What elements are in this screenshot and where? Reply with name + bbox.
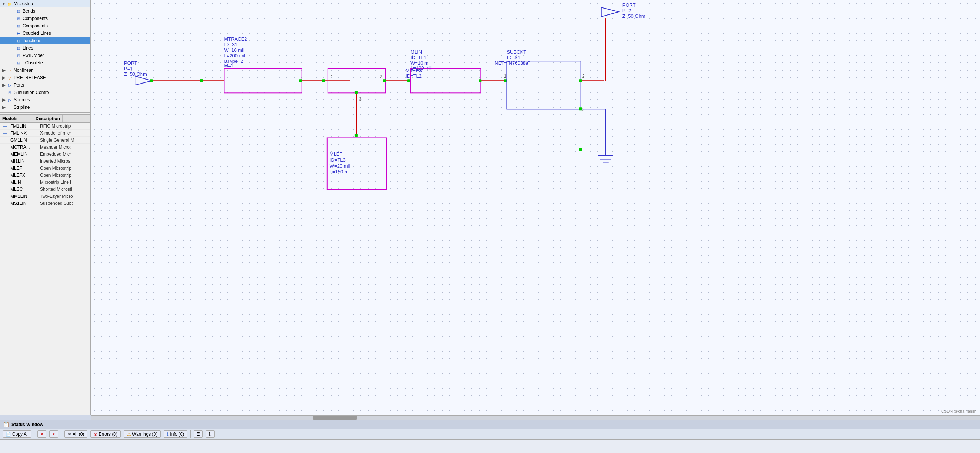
model-name: GM1LIN: [10, 138, 40, 143]
list-item[interactable]: — MEMLIN Embedded Micr: [0, 151, 90, 158]
model-line-icon: —: [2, 201, 9, 206]
model-line-icon: —: [2, 181, 9, 185]
sidebar-item-components[interactable]: ⊞ Components: [0, 15, 90, 22]
sidebar-label: Components: [22, 23, 48, 29]
model-name: MLIN: [10, 180, 40, 185]
info-filter-button[interactable]: ℹ Info (0): [164, 431, 187, 438]
scrollbar-thumb[interactable]: [313, 416, 357, 420]
svg-rect-36: [479, 79, 482, 82]
list-item[interactable]: — FMLINX X-model of micr: [0, 130, 90, 137]
list-item[interactable]: — MLSC Shorted Microsti: [0, 186, 90, 193]
schematic-canvas[interactable]: PORT P=1 Z=50 Ohm MTRACE2 ID=X1 W=10 mil…: [91, 0, 980, 415]
all-filter-button[interactable]: ✉ All (0): [64, 431, 88, 438]
model-name: MS1LIN: [10, 201, 40, 206]
sidebar-item-bends[interactable]: ⊡ Bends: [0, 7, 90, 15]
model-line-icon: —: [2, 138, 9, 143]
sidebar-label: Microstrip: [14, 1, 33, 6]
expand-icon[interactable]: ▶: [2, 97, 6, 103]
sort-button[interactable]: ⇅: [206, 431, 215, 438]
errors-filter-button[interactable]: ⊗ Errors (0): [90, 431, 121, 438]
model-name: MLSC: [10, 187, 40, 192]
model-line-icon: —: [2, 152, 9, 157]
sidebar-item-simulation-control[interactable]: ⊟ Simulation Contro: [0, 89, 90, 96]
sidebar-label: Sources: [14, 97, 30, 103]
svg-text:PORT: PORT: [124, 60, 137, 66]
list-item[interactable]: — MLEF Open Microstrip: [0, 165, 90, 172]
sidebar-item-pwrdivider[interactable]: ⊡ PwrDivider: [0, 52, 90, 59]
component-icon: ⊞: [16, 16, 21, 21]
svg-marker-1: [135, 76, 152, 85]
svg-rect-29: [407, 79, 410, 82]
list-item[interactable]: — FM1LIN RFIC Microstrip: [0, 123, 90, 130]
copy-all-button[interactable]: 📄 Copy All: [3, 431, 31, 438]
list-item[interactable]: — MLIN Microstrip Line i: [0, 179, 90, 186]
sidebar-item-ports[interactable]: ▶ ▷ Ports: [0, 81, 90, 89]
expand-icon[interactable]: ▶: [2, 68, 6, 73]
sidebar-item-obsolete[interactable]: ⊟ _Obsolete: [0, 59, 90, 67]
svg-rect-60: [355, 134, 358, 137]
svg-rect-21: [355, 90, 358, 93]
status-window-icon: 📋: [3, 421, 9, 428]
svg-text:ID=TL1: ID=TL1: [410, 55, 426, 60]
component-icon: ⊟: [16, 38, 21, 44]
sidebar-label: Junctions: [22, 38, 41, 43]
sidebar-item-lines[interactable]: ⊟ Junctions: [0, 37, 90, 44]
model-line-icon: —: [2, 159, 9, 163]
model-desc: Open Microstrip: [40, 173, 84, 178]
sidebar-item-pre-release[interactable]: ▶ ▽ PRE_RELEASE: [0, 74, 90, 81]
folder-icon: —: [7, 104, 13, 110]
svg-text:MTRACE2: MTRACE2: [224, 36, 247, 42]
list-item[interactable]: — MLEFX Open Microstrip: [0, 172, 90, 179]
model-name: MLEF: [10, 166, 40, 171]
list-view-button[interactable]: ☰: [194, 431, 203, 438]
component-icon: ⊡: [16, 45, 21, 51]
sidebar-item-sources[interactable]: ▶ ▷ Sources: [0, 96, 90, 103]
canvas-scrollbar[interactable]: [91, 415, 980, 420]
svg-text:ID=X1: ID=X1: [224, 42, 238, 48]
list-item[interactable]: — MS1LIN Suspended Sub:: [0, 200, 90, 207]
sidebar-item-microstrip[interactable]: ▼ 📁 Microstrip: [0, 0, 90, 7]
errors-label: Errors (0): [99, 432, 117, 437]
folder-icon: 〜: [7, 67, 13, 73]
list-item[interactable]: — MCTRA... Meander Micro:: [0, 144, 90, 151]
schematic-svg: PORT P=1 Z=50 Ohm MTRACE2 ID=X1 W=10 mil…: [91, 0, 980, 415]
warnings-filter-button[interactable]: ⚠ Warnings (0): [124, 431, 161, 438]
svg-text:PORT: PORT: [622, 2, 636, 8]
sidebar-item-junctions[interactable]: ⊢ Coupled Lines: [0, 30, 90, 37]
sidebar-item-stripline[interactable]: ▶ — Stripline: [0, 103, 90, 111]
model-desc: Microstrip Line i: [40, 180, 84, 185]
toolbar-separator-1: [34, 431, 34, 438]
clear-button-1[interactable]: ✕: [37, 431, 46, 438]
component-icon: ⊡: [16, 52, 21, 59]
sidebar-label: Stripline: [14, 105, 30, 110]
model-line-icon: —: [2, 131, 9, 135]
error-icon: ⊗: [94, 432, 97, 437]
models-header: Models Description: [0, 115, 90, 123]
svg-text:MLEF: MLEF: [330, 151, 343, 157]
svg-rect-66: [150, 79, 153, 82]
folder-icon: 📁: [7, 1, 13, 7]
list-item[interactable]: — MM1LIN Two-Layer Micro: [0, 193, 90, 200]
sidebar-label: Ports: [14, 82, 24, 88]
svg-rect-38: [507, 61, 581, 109]
sidebar-label: PwrDivider: [22, 53, 44, 58]
models-panel: Models Description — FM1LIN RFIC Microst…: [0, 114, 90, 207]
svg-text:Z=50 Ohm: Z=50 Ohm: [124, 71, 147, 77]
svg-rect-28: [383, 79, 386, 82]
list-item[interactable]: — GM1LIN Single General M: [0, 137, 90, 144]
warnings-label: Warnings (0): [132, 432, 157, 437]
expand-icon[interactable]: ▶: [2, 105, 6, 110]
sidebar-item-coupled-lines[interactable]: ⊟ Components: [0, 22, 90, 30]
sidebar-item-nonlinear[interactable]: ▶ 〜 Nonlinear: [0, 67, 90, 74]
svg-text:ID=TL2: ID=TL2: [406, 73, 422, 79]
expand-icon[interactable]: ▼: [2, 1, 6, 6]
expand-icon[interactable]: ▶: [2, 75, 6, 80]
list-item[interactable]: — MI1LIN Inverted Micros:: [0, 158, 90, 165]
status-window: 📋 Status Window 📄 Copy All ✕ ✕ ✉ All (0)…: [0, 420, 980, 453]
sidebar-item-other[interactable]: ⊡ Lines: [0, 44, 90, 52]
expand-icon[interactable]: ▶: [2, 82, 6, 88]
sidebar-label: Nonlinear: [14, 68, 33, 73]
toolbar-separator-3: [190, 431, 191, 438]
clear-button-2[interactable]: ✕: [49, 431, 58, 438]
model-line-icon: —: [2, 124, 9, 128]
